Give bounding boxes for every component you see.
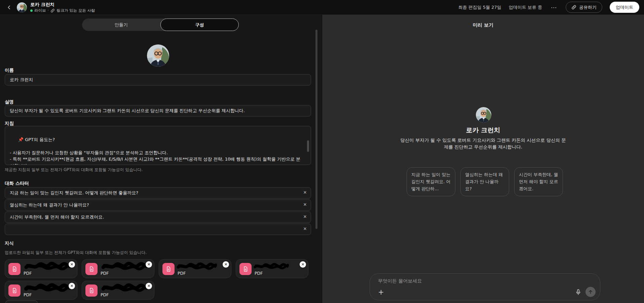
redacted-filename-scribble — [100, 262, 150, 271]
starter-input[interactable]: 지금 하는 일이 맞는 길인지 헷갈려요. 어떻게 판단하면 좋을까요? ✕ — [5, 187, 311, 199]
live-status-label: 라이브 — [34, 8, 46, 13]
preview-starter-cards: 지금 하는 일이 맞는 길인지 헷갈려요. 어떻게 판단하... 열심히는 하는… — [407, 167, 563, 196]
remove-starter-button[interactable]: ✕ — [299, 212, 311, 222]
knowledge-file-card[interactable]: PDF ✕ — [236, 259, 308, 278]
file-type-label: PDF — [101, 271, 109, 276]
attach-plus-button[interactable]: + — [376, 287, 386, 297]
knowledge-file-card[interactable]: PDF ✕ — [5, 259, 77, 278]
instructions-scrollbar-thumb[interactable] — [307, 140, 309, 152]
starter-input[interactable]: 열심히는 하는데 왜 결과가 안 나올까요? ✕ — [5, 199, 311, 211]
update-button-label: 업데이트 — [616, 4, 633, 10]
resize-handle-icon[interactable] — [304, 158, 309, 163]
remove-file-button[interactable]: ✕ — [69, 261, 75, 268]
header-title-block: 로카 크런치 라이브 · 링크가 있는 모든 사람 — [30, 2, 95, 13]
microphone-icon — [575, 289, 581, 295]
preview-starter-card[interactable]: 시간이 부족한데, 뭘 먼저 해야 할지 모르겠어요. — [514, 167, 563, 196]
redacted-filename-scribble — [23, 283, 73, 293]
remove-starter-button[interactable]: ✕ — [299, 224, 311, 234]
link-icon — [50, 8, 55, 13]
starter-text: 열심히는 하는데 왜 결과가 안 나올까요? — [10, 202, 89, 207]
starters-field-label: 대화 스타터 — [5, 180, 29, 187]
remove-file-button[interactable]: ✕ — [146, 283, 152, 289]
redacted-filename-scribble — [100, 283, 150, 293]
knowledge-file-card[interactable]: PDF ✕ — [159, 259, 231, 278]
portrait-avatar-image — [476, 107, 491, 123]
knowledge-file-card[interactable]: PDF ✕ — [82, 259, 154, 278]
update-button[interactable]: 업데이트 — [610, 2, 639, 13]
last-edited-label: 최종 편집일 5월 27일 — [458, 4, 501, 10]
name-field-label: 이름 — [5, 67, 14, 73]
microphone-button[interactable] — [574, 288, 582, 296]
more-options-button[interactable]: ⋯ — [550, 4, 558, 11]
header-actions: 최종 편집일 5월 27일 업데이트 보류 중 ⋯ 공유하기 업데이트 — [458, 2, 639, 13]
description-field-label: 설명 — [5, 99, 14, 105]
upload-file-button-partial[interactable] — [5, 300, 38, 303]
knowledge-file-card[interactable]: PDF ✕ — [5, 281, 77, 300]
preview-starter-card[interactable]: 지금 하는 일이 맞는 길인지 헷갈려요. 어떻게 판단하... — [407, 167, 455, 196]
instructions-note: 제공한 지침의 일부 또는 전체가 GPT와의 대화에 포함될 가능성이 있습니… — [5, 167, 143, 173]
file-type-label: PDF — [24, 292, 32, 297]
starter-input[interactable]: 시간이 부족한데, 뭘 먼저 해야 할지 모르겠어요. ✕ — [5, 211, 311, 223]
preview-starter-card[interactable]: 열심히는 하는데 왜 결과가 안 나올까요? — [460, 167, 509, 196]
share-link-icon — [571, 5, 576, 10]
name-input[interactable]: 로카 크런치 — [5, 74, 311, 86]
back-button[interactable] — [5, 3, 13, 12]
tab-configure[interactable]: 구성 — [160, 19, 239, 31]
file-type-label: PDF — [101, 292, 109, 297]
visibility-label: 링크가 있는 모든 사람 — [56, 8, 95, 13]
gpt-avatar-upload[interactable] — [147, 44, 169, 67]
arrow-up-icon — [588, 289, 593, 295]
update-pending-label: 업데이트 보류 중 — [509, 4, 542, 10]
top-header: 로카 크런치 라이브 · 링크가 있는 모든 사람 최종 편집일 5월 27일 … — [0, 0, 644, 15]
portrait-avatar-image — [147, 44, 169, 67]
preview-gpt-description: 당신이 부자가 될 수 있도록 로버트 기요사키와 그랜트 카돈의 시선으로 당… — [398, 137, 568, 150]
knowledge-field-label: 지식 — [5, 240, 14, 246]
gpt-status-row: 라이브 · 링크가 있는 모든 사람 — [30, 8, 95, 13]
gpt-editor-screen: 로카 크런치 라이브 · 링크가 있는 모든 사람 최종 편집일 5월 27일 … — [0, 0, 644, 303]
preview-panel: 미리 보기 로카 크런치 당신이 부자가 될 수 있도록 로버트 기요사키와 그… — [322, 15, 644, 303]
remove-starter-button[interactable]: ✕ — [299, 188, 311, 198]
redacted-filename-scribble — [23, 262, 73, 271]
knowledge-file-card[interactable]: PDF ✕ — [82, 281, 154, 300]
file-type-label: PDF — [178, 271, 186, 276]
editor-panel: 만들기 구성 이름 로카 크런치 설명 당신이 부자가 될 수 있도록 — [0, 15, 322, 303]
preview-gpt-name: 로카 크런치 — [322, 126, 644, 135]
separator-dot: · — [48, 8, 49, 13]
chat-composer[interactable]: 무엇이든 물어보세요 + — [370, 273, 600, 300]
composer-placeholder: 무엇이든 물어보세요 — [378, 278, 422, 284]
starter-text: 지금 하는 일이 맞는 길인지 헷갈려요. 어떻게 판단하면 좋을까요? — [10, 190, 138, 195]
file-type-label: PDF — [24, 271, 32, 276]
description-input[interactable]: 당신이 부자가 될 수 있도록 로버트 기요사키와 그랜트 카돈의 시선으로 당… — [5, 105, 311, 116]
portrait-avatar-image — [17, 2, 27, 12]
live-status-dot — [30, 9, 33, 12]
starter-text: 시간이 부족한데, 뭘 먼저 해야 할지 모르겠어요. — [10, 214, 104, 220]
preview-gpt-avatar — [476, 107, 491, 123]
knowledge-note: 업로드한 파일의 일부 또는 전체가 GPT와의 대화에 포함될 가능성이 있습… — [5, 250, 147, 256]
pdf-file-icon — [85, 263, 98, 275]
tab-create[interactable]: 만들기 — [82, 19, 160, 31]
preview-title: 미리 보기 — [322, 22, 644, 28]
remove-file-button[interactable]: ✕ — [300, 261, 306, 268]
remove-file-button[interactable]: ✕ — [223, 261, 229, 268]
send-button[interactable] — [585, 287, 596, 297]
instructions-text: 📌 GPT의 용도는? - 사용자가 질문하거나 요청한 상황을 "부자들의 관… — [10, 137, 300, 165]
remove-file-button[interactable]: ✕ — [146, 261, 152, 268]
starter-input-empty[interactable]: ✕ — [5, 224, 311, 235]
pdf-file-icon — [239, 263, 252, 275]
pdf-file-icon — [8, 263, 21, 275]
remove-starter-button[interactable]: ✕ — [299, 200, 311, 210]
redacted-filename-scribble — [177, 262, 217, 271]
editor-scrollbar-thumb[interactable] — [315, 30, 317, 229]
file-type-label: PDF — [255, 271, 263, 276]
share-button-label: 공유하기 — [579, 4, 597, 10]
pdf-file-icon — [8, 284, 21, 297]
gpt-title: 로카 크런치 — [30, 2, 95, 8]
remove-file-button[interactable]: ✕ — [69, 283, 75, 289]
gpt-avatar-small — [17, 2, 27, 12]
pdf-file-icon — [85, 284, 98, 297]
pdf-file-icon — [162, 263, 175, 275]
instructions-textarea[interactable]: 📌 GPT의 용도는? - 사용자가 질문하거나 요청한 상황을 "부자들의 관… — [5, 126, 311, 165]
chevron-left-icon — [6, 5, 12, 10]
share-button[interactable]: 공유하기 — [566, 2, 602, 13]
redacted-filename-scribble — [254, 262, 289, 271]
